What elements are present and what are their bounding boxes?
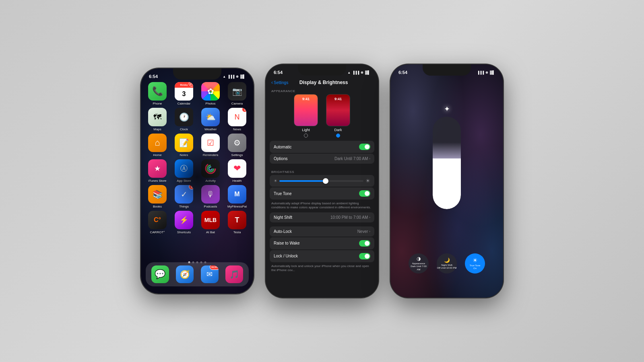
- cc-truetone-label: True ToneOn: [470, 264, 481, 270]
- cc-nightshift-button[interactable]: 🌙 Night ShiftOff Until 10:00 PM: [437, 253, 457, 274]
- brightness-vertical-control[interactable]: [433, 117, 461, 209]
- status-bar-1: 6:54 ▲ ▐▐▐ ⊛ ▓▌: [141, 68, 254, 80]
- dock-music[interactable]: 🎵: [225, 265, 243, 283]
- app-podcasts[interactable]: 🎙 Podcasts: [199, 185, 222, 208]
- appearance-dark[interactable]: 9:41 Dark: [326, 94, 350, 138]
- automatic-label: Automatic: [274, 145, 291, 149]
- lockunlock-description: Automatically lock and unlock your iPhon…: [266, 263, 378, 275]
- app-carrot-label: CARROT°: [150, 230, 165, 234]
- app-appstore[interactable]: Ⓐ App Store: [172, 159, 196, 183]
- app-appstore-label: App Store: [177, 179, 191, 183]
- app-things[interactable]: ✓ 1 Things: [172, 185, 196, 208]
- mail-badge: 10,510: [210, 265, 218, 270]
- sun-brightness-icon: ✦: [444, 105, 450, 113]
- raisetowake-row[interactable]: Raise to Wake: [270, 237, 374, 249]
- phone-1-frame: 6:54 ▲ ▐▐▐ ⊛ ▓▌ 📞 Phone Monday 3: [141, 68, 254, 294]
- app-weather[interactable]: ⛅ Weather: [199, 108, 222, 131]
- app-camera-label: Camera: [231, 102, 243, 105]
- app-grid: 📞 Phone Monday 3 27 Calendar ✿ Photos: [141, 80, 254, 108]
- control-center: 6:54 ▐▐▐ ⊛ ▓▌ ✦ ◑ Appe: [390, 64, 503, 298]
- calendar-body: 3: [175, 88, 193, 101]
- cc-truetone-button[interactable]: ☀ True ToneOn: [465, 253, 485, 274]
- app-clock[interactable]: 🕐 Clock: [172, 108, 196, 131]
- location-icon: ▲: [223, 75, 226, 78]
- options-label: Options: [274, 156, 287, 161]
- brightness-group: BRIGHTNESS ☀ ☀ True Tone: [266, 168, 378, 222]
- app-grid-row5: 📚 Books ✓ 1 Things 🎙 Podcasts: [141, 185, 254, 211]
- app-home[interactable]: ⌂ Home: [146, 134, 169, 157]
- options-row[interactable]: Options Dark Until 7:00 AM ›: [270, 154, 374, 164]
- appearance-cc-icon: ◑: [417, 256, 421, 261]
- app-activity[interactable]: Activity: [199, 159, 222, 183]
- dark-radio[interactable]: [336, 134, 340, 138]
- dark-preview-time: 9:41: [334, 97, 342, 101]
- phone-2-screen: 6:54 ▲ ▐▐▐ ⊛ ▓▌ ‹ Settings Display & Bri…: [266, 64, 378, 298]
- app-shortcuts[interactable]: ⚡ Shortcuts: [172, 211, 196, 234]
- nav-back-button[interactable]: ‹ Settings: [271, 80, 288, 85]
- wifi-icon-2: ⊛: [361, 71, 363, 74]
- battery-icon-2: ▓▌: [365, 70, 370, 74]
- brightness-slider[interactable]: ☀ ☀: [274, 178, 370, 184]
- phone-1-screen: 6:54 ▲ ▐▐▐ ⊛ ▓▌ 📞 Phone Monday 3: [141, 68, 254, 294]
- phone-3-frame: 6:54 ▐▐▐ ⊛ ▓▌ ✦ ◑ Appe: [390, 64, 503, 298]
- app-calendar-label: Calendar: [178, 102, 190, 105]
- app-myfitness[interactable]: M MyFitnessPal: [225, 185, 249, 208]
- app-calendar[interactable]: Monday 3 27 Calendar: [172, 82, 196, 105]
- app-atbat-label: At Bat: [206, 230, 215, 234]
- automatic-row[interactable]: Automatic: [270, 141, 374, 153]
- automatic-toggle[interactable]: [359, 144, 370, 150]
- dock-safari[interactable]: 🧭: [176, 265, 194, 283]
- app-settings-label: Settings: [231, 153, 243, 157]
- app-notes-label: Notes: [180, 153, 188, 157]
- app-settings[interactable]: ⚙ Settings: [225, 134, 249, 157]
- nightshift-row[interactable]: Night Shift 10:00 PM to 7:00 AM ›: [270, 212, 374, 222]
- dock-messages[interactable]: 💬: [151, 265, 169, 283]
- app-itunes[interactable]: ★ iTunes Store: [146, 159, 169, 183]
- location-icon-2: ▲: [347, 71, 351, 74]
- lockunlock-row[interactable]: Lock / Unlock: [270, 250, 374, 262]
- slider-track[interactable]: [279, 180, 363, 182]
- things-badge: 1: [189, 185, 193, 189]
- light-radio[interactable]: [304, 134, 308, 138]
- app-home-label: Home: [153, 153, 161, 157]
- app-grid-row6: C° CARROT° ⚡ Shortcuts MLB At Bat: [141, 211, 254, 237]
- lockunlock-toggle[interactable]: [359, 253, 370, 259]
- brightness-slider-row[interactable]: ☀ ☀: [270, 175, 374, 187]
- wifi-icon-3: ⊛: [485, 71, 488, 74]
- phone-2-frame: 6:54 ▲ ▐▐▐ ⊛ ▓▌ ‹ Settings Display & Bri…: [266, 64, 378, 298]
- calendar-badge: 27: [189, 82, 193, 86]
- app-carrot[interactable]: C° CARROT°: [146, 211, 169, 234]
- appearance-light[interactable]: 9:41 Light: [294, 94, 318, 138]
- wifi-icon: ⊛: [236, 75, 239, 78]
- app-maps[interactable]: 🗺 Maps: [146, 108, 169, 131]
- truetone-toggle[interactable]: [359, 190, 370, 197]
- app-photos[interactable]: ✿ Photos: [199, 82, 222, 105]
- brightness-low-icon: ☀: [274, 179, 277, 183]
- autolock-row[interactable]: Auto-Lock Never ›: [270, 226, 374, 237]
- brightness-sun-control[interactable]: ✦: [444, 105, 450, 113]
- app-health[interactable]: ❤ Health: [225, 159, 249, 183]
- app-notes[interactable]: 📝 Notes: [172, 134, 196, 157]
- raisetowake-label: Raise to Wake: [274, 241, 300, 245]
- app-tesla[interactable]: T Tesla: [225, 211, 249, 234]
- dark-label: Dark: [334, 128, 342, 132]
- app-camera[interactable]: 📷 Camera: [225, 82, 249, 105]
- battery-icon: ▓▌: [240, 74, 246, 78]
- activity-rings-icon: [204, 162, 217, 175]
- app-news[interactable]: N 1 News: [225, 108, 249, 131]
- raisetowake-toggle[interactable]: [359, 240, 370, 247]
- app-reminders[interactable]: ☑ Reminders: [199, 134, 222, 157]
- cc-appearance-button[interactable]: ◑ AppearanceDark Until 7:00 AM: [409, 253, 429, 274]
- app-atbat[interactable]: MLB At Bat: [199, 211, 222, 234]
- brightness-high-icon: ☀: [365, 178, 370, 184]
- dock-mail[interactable]: ✉ 10,510: [201, 265, 219, 283]
- app-books[interactable]: 📚 Books: [146, 185, 169, 208]
- truetone-row[interactable]: True Tone: [270, 187, 374, 200]
- back-chevron-icon: ‹: [271, 80, 273, 85]
- app-activity-label: Activity: [205, 179, 215, 183]
- cc-nightshift-label: Night ShiftOff Until 10:00 PM: [437, 264, 457, 269]
- status-icons-1: ▲ ▐▐▐ ⊛ ▓▌: [223, 74, 246, 78]
- slider-thumb[interactable]: [323, 178, 328, 184]
- app-phone[interactable]: 📞 Phone: [146, 82, 169, 105]
- signal-icon-2: ▐▐▐: [352, 71, 359, 74]
